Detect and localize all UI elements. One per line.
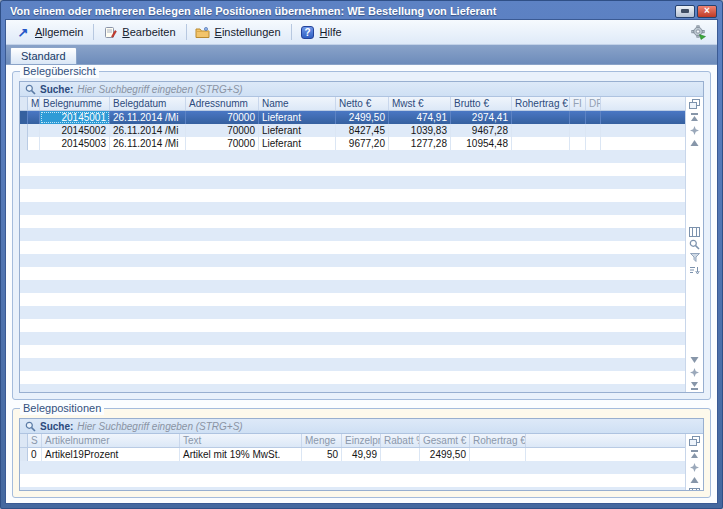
column-header-name[interactable]: Name <box>259 97 336 110</box>
column-header-m[interactable]: M <box>28 97 40 110</box>
close-button[interactable]: × <box>697 5 717 18</box>
empty-rows-area <box>20 461 685 490</box>
menu-hilfe[interactable]: ? Hilfe <box>296 23 348 42</box>
cell-dr <box>586 124 601 137</box>
cell-brutto: 10954,48 <box>451 137 512 150</box>
cell-dr <box>586 137 601 150</box>
column-header-artikelnummer[interactable]: Artikelnummer <box>42 434 180 447</box>
column-header-netto[interactable]: Netto € <box>336 97 389 110</box>
toolbar-separator <box>291 24 292 40</box>
cell-filler <box>601 124 685 137</box>
column-header-fi[interactable]: FI <box>570 97 586 110</box>
scroll-page-up-icon[interactable] <box>688 124 702 136</box>
empty-rows-area <box>20 150 685 392</box>
column-header-dr[interactable]: DR <box>586 97 601 110</box>
scroll-up-icon[interactable] <box>688 474 702 486</box>
scroll-top-icon[interactable] <box>688 448 702 460</box>
menu-einstellungen-label: Einstellungen <box>215 26 281 38</box>
help-icon: ? <box>300 25 316 40</box>
window-client-area: ↗ Allgemein Bearbeiten <box>5 19 718 504</box>
column-header-brutto[interactable]: Brutto € <box>451 97 512 110</box>
group-beleguebersicht-label: Belegübersicht <box>20 65 99 78</box>
scroll-page-down-icon[interactable] <box>688 366 702 378</box>
tab-standard[interactable]: Standard <box>10 47 77 64</box>
column-header-rohertrag[interactable]: Rohertrag € <box>470 434 526 447</box>
table-row[interactable]: 20145001 26.11.2014 /Mi 70000 Lieferant … <box>20 111 685 124</box>
cell-rabatt <box>381 448 420 461</box>
menu-einstellungen[interactable]: Einstellungen <box>191 23 287 42</box>
toolbar-separator <box>93 24 94 40</box>
title-bar[interactable]: Von einem oder mehreren Belegen alle Pos… <box>5 1 718 19</box>
cell-brutto: 2974,41 <box>451 111 512 124</box>
column-header-s[interactable]: S <box>28 434 42 447</box>
cell-belegdatum: 26.11.2014 /Mi <box>110 124 186 137</box>
scroll-page-up-icon[interactable] <box>688 461 702 473</box>
header-indicator <box>20 97 28 110</box>
column-chooser-icon[interactable] <box>688 435 702 447</box>
cell-belegnummer: 20145002 <box>40 124 110 137</box>
column-header-rohertrag[interactable]: Rohertrag € <box>512 97 570 110</box>
column-header-adressnummer[interactable]: Adressnumm <box>186 97 259 110</box>
cell-belegdatum: 26.11.2014 /Mi <box>110 111 186 124</box>
side-search-icon[interactable] <box>688 239 702 251</box>
beleg-search-bar: Suche: <box>20 82 703 97</box>
column-header-rabatt[interactable]: Rabatt % <box>381 434 420 447</box>
menu-bearbeiten[interactable]: Bearbeiten <box>98 23 181 42</box>
toolbar-separator <box>186 24 187 40</box>
cell-adressnummer: 70000 <box>186 111 259 124</box>
table-row[interactable]: 20145003 26.11.2014 /Mi 70000 Lieferant … <box>20 137 685 150</box>
column-chooser-icon[interactable] <box>688 98 702 110</box>
minimize-button[interactable] <box>675 5 695 18</box>
folder-tools-icon <box>195 25 211 40</box>
column-header-text[interactable]: Text <box>180 434 302 447</box>
column-header-gesamt[interactable]: Gesamt € <box>420 434 470 447</box>
cell-fi <box>570 124 586 137</box>
group-belegpositionen-label: Belegpositionen <box>20 402 104 415</box>
gear-refresh-icon <box>690 25 706 40</box>
positionen-search-input[interactable] <box>77 420 699 433</box>
refresh-settings-button[interactable] <box>686 23 712 42</box>
row-indicator <box>20 448 28 461</box>
row-indicator <box>20 111 28 124</box>
cell-adressnummer: 70000 <box>186 137 259 150</box>
column-header-belegdatum[interactable]: Belegdatum <box>110 97 186 110</box>
arrow-up-right-icon: ↗ <box>15 25 31 40</box>
cell-name: Lieferant <box>259 111 336 124</box>
positionen-search-bar: Suche: <box>20 419 703 434</box>
cell-einzelpreis: 49,99 <box>342 448 381 461</box>
table-row[interactable]: 20145002 26.11.2014 /Mi 70000 Lieferant … <box>20 124 685 137</box>
cell-artikelnummer: Artikel19Prozent <box>42 448 180 461</box>
table-row[interactable]: 0 Artikel19Prozent Artikel mit 19% MwSt.… <box>20 448 685 461</box>
side-panel-icon[interactable] <box>688 226 702 238</box>
cell-fi <box>570 137 586 150</box>
cell-name: Lieferant <box>259 124 336 137</box>
cell-netto: 2499,50 <box>336 111 389 124</box>
menu-allgemein[interactable]: ↗ Allgemein <box>11 23 89 42</box>
column-header-belegnummer[interactable]: Belegnumme <box>40 97 110 110</box>
side-panel-icon[interactable] <box>688 487 702 490</box>
cell-m <box>28 111 40 124</box>
column-header-menge[interactable]: Menge <box>302 434 342 447</box>
cell-brutto: 9467,28 <box>451 124 512 137</box>
column-header-einzelpreis[interactable]: Einzelpreis € <box>342 434 381 447</box>
cell-mwst: 474,91 <box>389 111 451 124</box>
cell-fi <box>570 111 586 124</box>
side-filter-icon[interactable] <box>688 252 702 264</box>
scroll-down-icon[interactable] <box>688 353 702 365</box>
beleg-grid: Suche: M Belegnumme Belegdatum Adressnum… <box>19 81 704 393</box>
scroll-bottom-icon[interactable] <box>688 379 702 391</box>
scroll-top-icon[interactable] <box>688 111 702 123</box>
cell-m <box>28 137 40 150</box>
column-header-mwst[interactable]: Mwst € <box>389 97 451 110</box>
cell-gesamt: 2499,50 <box>420 448 470 461</box>
beleg-search-input[interactable] <box>77 83 699 96</box>
cell-text: Artikel mit 19% MwSt. <box>180 448 302 461</box>
search-icon <box>24 420 36 432</box>
scroll-up-icon[interactable] <box>688 137 702 149</box>
cell-rohertrag <box>512 111 570 124</box>
side-sort-icon[interactable] <box>688 265 702 277</box>
cell-netto: 9677,20 <box>336 137 389 150</box>
tab-strip: Standard <box>6 45 717 64</box>
cell-s: 0 <box>28 448 42 461</box>
cell-belegnummer: 20145001 <box>40 111 110 124</box>
